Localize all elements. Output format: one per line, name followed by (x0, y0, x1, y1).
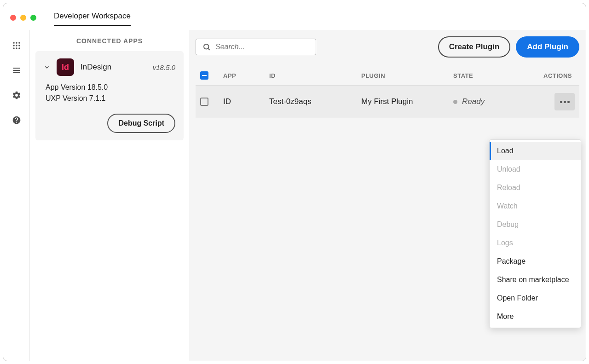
search-input[interactable] (215, 43, 309, 51)
tab-developer-workspace[interactable]: Developer Workspace (54, 9, 131, 26)
state-dot-icon (453, 100, 457, 104)
app-window: Developer Workspace CONNECTED APPS Id In… (3, 3, 586, 361)
svg-point-3 (13, 45, 14, 46)
svg-point-0 (13, 42, 14, 44)
svg-line-13 (208, 48, 209, 50)
add-plugin-button[interactable]: Add Plugin (516, 36, 579, 58)
create-plugin-button[interactable]: Create Plugin (438, 36, 511, 58)
menu-icon[interactable] (12, 66, 21, 75)
row-actions-button[interactable] (554, 93, 575, 110)
chevron-down-icon[interactable] (44, 64, 50, 70)
menu-item-share-on-marketplace[interactable]: Share on marketplace (490, 271, 581, 289)
menu-item-open-folder[interactable]: Open Folder (490, 289, 581, 307)
app-version: v18.5.0 (153, 64, 175, 71)
titlebar: Developer Workspace (3, 3, 586, 30)
col-actions: ACTIONS (541, 72, 575, 79)
close-icon[interactable] (10, 15, 16, 21)
menu-item-more[interactable]: More (490, 307, 581, 326)
svg-point-12 (204, 44, 209, 49)
table-row[interactable]: ID Test-0z9aqs My First Plugin Ready (196, 85, 579, 118)
actions-dropdown: LoadUnloadReloadWatchDebugLogsPackageSha… (489, 139, 581, 328)
menu-item-package[interactable]: Package (490, 252, 581, 271)
col-plugin: PLUGIN (361, 72, 453, 79)
menu-item-load[interactable]: Load (490, 142, 581, 160)
svg-point-4 (16, 45, 17, 46)
menu-item-debug: Debug (490, 215, 581, 234)
search-box[interactable] (196, 39, 316, 55)
svg-point-8 (18, 47, 20, 49)
maximize-icon[interactable] (30, 15, 36, 21)
svg-point-1 (16, 42, 17, 44)
row-state: Ready (453, 97, 541, 106)
more-icon (560, 101, 570, 103)
svg-point-2 (18, 42, 20, 44)
gear-icon[interactable] (12, 91, 21, 100)
left-rail (3, 30, 30, 361)
menu-item-unload: Unload (490, 160, 581, 179)
sidebar: CONNECTED APPS Id InDesign v18.5.0 App V… (30, 30, 189, 361)
help-icon[interactable] (12, 116, 21, 125)
col-id: ID (269, 72, 361, 79)
svg-point-7 (16, 47, 17, 49)
window-controls (10, 15, 36, 21)
menu-item-watch: Watch (490, 197, 581, 215)
uxp-version-detail: UXP Version 7.1.1 (46, 94, 175, 103)
sidebar-title: CONNECTED APPS (35, 37, 184, 45)
search-icon (202, 43, 211, 51)
apps-icon[interactable] (12, 41, 21, 50)
debug-script-button[interactable]: Debug Script (107, 114, 175, 133)
menu-item-logs: Logs (490, 234, 581, 252)
indesign-icon: Id (57, 58, 74, 76)
row-checkbox[interactable] (200, 98, 208, 106)
plugin-table: APP ID PLUGIN STATE ACTIONS ID Test-0z9a… (196, 66, 579, 118)
table-header: APP ID PLUGIN STATE ACTIONS (196, 66, 579, 85)
col-app: APP (223, 72, 269, 79)
app-card-indesign[interactable]: Id InDesign v18.5.0 App Version 18.5.0 U… (35, 51, 184, 140)
minimize-icon[interactable] (20, 15, 26, 21)
content-area: Create Plugin Add Plugin APP ID PLUGIN S… (189, 30, 586, 361)
row-plugin: My First Plugin (361, 97, 453, 106)
toolbar: Create Plugin Add Plugin (196, 36, 579, 58)
row-id: Test-0z9aqs (269, 97, 361, 106)
svg-point-5 (18, 45, 20, 46)
select-all-checkbox[interactable] (200, 71, 208, 80)
row-app: ID (223, 97, 269, 106)
app-version-detail: App Version 18.5.0 (46, 83, 175, 92)
col-state: STATE (453, 72, 541, 79)
svg-point-6 (13, 47, 14, 49)
app-name: InDesign (81, 63, 146, 72)
menu-item-reload: Reload (490, 179, 581, 197)
